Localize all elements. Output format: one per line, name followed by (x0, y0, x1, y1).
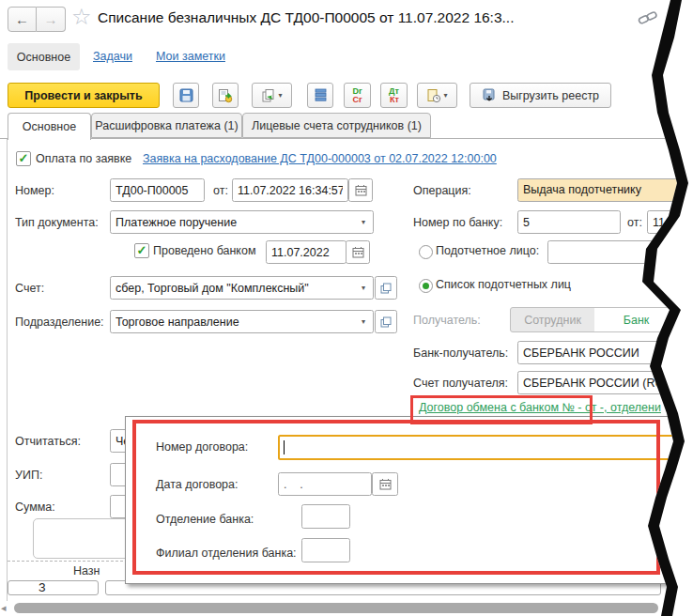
bank-processed-calendar-button[interactable] (346, 240, 370, 264)
bank-branch-filial-input[interactable] (301, 538, 350, 562)
document-register-button[interactable] (307, 83, 333, 108)
section-dashed-divider (8, 561, 128, 562)
nav-item-main[interactable]: Основное (8, 43, 80, 70)
accountable-person-radio[interactable] (419, 245, 433, 259)
account-open-button[interactable] (375, 276, 397, 300)
export-register-label: Выгрузить реестр (502, 89, 599, 102)
contract-date-input[interactable] (278, 472, 372, 496)
bank-date-input[interactable] (647, 210, 693, 234)
document-clock-icon (426, 88, 441, 103)
doc-type-input[interactable] (110, 210, 374, 234)
history-nav-group: ← → (8, 7, 66, 32)
date-calendar-button[interactable] (348, 178, 373, 202)
bank-branch-filial-label: Филиал отделения банка: (156, 547, 297, 560)
recipient-label: Получатель: (413, 314, 481, 327)
dr-cr-movements-button[interactable]: DrCr (344, 83, 371, 108)
chevron-down-icon: ▾ (443, 91, 447, 100)
forward-button[interactable]: → (37, 7, 66, 32)
contract-date-label: Дата договора: (156, 478, 238, 491)
department-label: Подразделение: (15, 316, 104, 329)
recipient-bank-input[interactable] (517, 341, 693, 364)
recipient-account-input[interactable] (517, 371, 693, 394)
contract-number-input[interactable] (278, 435, 676, 460)
payment-by-request-checkbox[interactable]: ✓ (16, 151, 31, 166)
post-document-button[interactable] (212, 83, 239, 108)
operation-label: Операция: (413, 184, 471, 197)
uip-label: УИП: (15, 469, 42, 482)
purpose-label: Назн (73, 564, 100, 578)
chevron-down-icon: ▾ (278, 91, 282, 100)
bank-number-input[interactable] (517, 210, 621, 234)
department-open-button[interactable] (375, 310, 397, 333)
check-icon: ✓ (137, 243, 147, 257)
register-list-icon (315, 88, 327, 102)
content-left-border (7, 139, 8, 601)
bank-branch-label: Отделение банка: (156, 513, 254, 526)
account-label: Счет: (15, 282, 44, 295)
bank-branch-input[interactable] (301, 504, 350, 529)
bank-date-label: от: (627, 216, 642, 229)
report-label: Отчитаться: (15, 435, 81, 448)
calendar-icon (352, 246, 364, 258)
payment-by-request-label: Оплата по заявке (36, 152, 131, 165)
history-button[interactable]: ▾ (417, 83, 457, 108)
accountable-person-input[interactable] (547, 240, 693, 264)
chevron-down-icon[interactable]: ▾ (362, 317, 365, 326)
calendar-icon (355, 184, 367, 196)
bank-processed-label: Проведено банком (153, 244, 256, 257)
number-label: Номер: (15, 184, 54, 197)
text-cursor (284, 440, 285, 454)
tab-payment-details[interactable]: Расшифровка платежа (1) (91, 113, 242, 138)
horizontal-scrollbar[interactable] (14, 603, 658, 613)
nav-item-tasks[interactable]: Задачи (93, 50, 132, 63)
recipient-bank-segment[interactable]: Банк (594, 307, 679, 332)
accountable-list-label: Список подотчетных лиц (436, 278, 571, 291)
forward-arrow-icon: → (44, 11, 58, 27)
dt-kt-movements-button[interactable]: ДтКт (380, 83, 408, 108)
exchange-agreement-link[interactable]: Договор обмена с банком № - от -, отделе… (419, 401, 661, 414)
bank-processed-checkbox[interactable]: ✓ (134, 243, 149, 258)
post-and-close-button[interactable]: Провести и закрыть (8, 83, 160, 108)
bank-number-label: Номер по банку: (413, 216, 502, 229)
back-button[interactable]: ← (8, 7, 37, 32)
expense-request-link[interactable]: Заявка на расходование ДС ТД00-000003 от… (143, 152, 497, 165)
check-icon: ✓ (19, 151, 29, 165)
scroll-left-arrow-icon[interactable]: ◂ (1, 602, 7, 614)
date-input[interactable] (232, 178, 348, 202)
nav-item-my-notes[interactable]: Мои заметки (156, 50, 225, 63)
exchange-agreement-popup: Номер договора: Дата договора: Отделение… (125, 416, 693, 584)
account-input[interactable] (110, 276, 374, 300)
recipient-account-label: Счет получателя: (413, 377, 508, 390)
open-form-icon (380, 283, 392, 294)
bank-processed-date-input[interactable] (266, 240, 346, 264)
date-label: от: (213, 184, 228, 197)
page-title: Списание безналичных ДС ТД00-П00005 от 1… (98, 9, 514, 26)
department-input[interactable] (110, 310, 374, 333)
tab-main[interactable]: Основное (8, 113, 91, 140)
get-link-icon[interactable] (638, 10, 658, 27)
tab-employee-accounts[interactable]: Лицевые счета сотрудников (1) (242, 113, 431, 138)
chevron-down-icon[interactable]: ▾ (362, 284, 365, 292)
open-form-icon (380, 316, 392, 328)
recipient-bank-label: Банк-получатель: (413, 346, 508, 360)
post-document-icon (218, 88, 233, 103)
save-button[interactable] (173, 83, 199, 108)
back-arrow-icon: ← (15, 11, 29, 27)
accountable-person-label: Подотчетное лицо: (436, 244, 539, 257)
contract-date-calendar-button[interactable] (372, 472, 398, 496)
recipient-employee-segment[interactable]: Сотрудник (510, 307, 595, 332)
create-based-on-icon (261, 88, 276, 103)
create-based-on-button[interactable]: ▾ (252, 83, 292, 108)
calendar-icon (379, 478, 392, 490)
save-icon (179, 88, 193, 102)
app-window: ← → ☆ Списание безналичных ДС ТД00-П0000… (0, 0, 693, 616)
purpose-template-input[interactable] (8, 580, 99, 595)
accountable-list-radio[interactable] (419, 279, 433, 293)
doc-type-label: Тип документа: (15, 216, 99, 229)
operation-field[interactable]: Выдача подотчетнику (517, 178, 693, 202)
favorite-star-icon[interactable]: ☆ (71, 4, 92, 30)
dr-cr-icon: DrCr (352, 87, 362, 104)
number-input[interactable] (110, 178, 205, 202)
amount-label: Сумма: (15, 500, 55, 514)
export-register-button[interactable]: Выгрузить реестр (470, 83, 611, 108)
